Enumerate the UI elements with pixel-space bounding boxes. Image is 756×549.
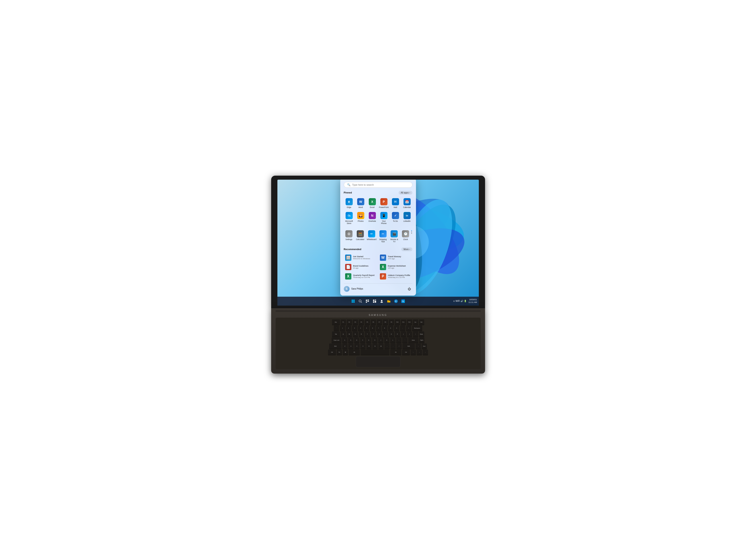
app-linkedin[interactable]: in LinkedIn [402,211,412,226]
key-o[interactable]: O [389,332,394,337]
more-button[interactable]: More › [401,247,412,251]
key-minus[interactable]: - [400,326,405,331]
key-7[interactable]: 7 [376,326,381,331]
taskbar-store-button[interactable]: 🛍 [400,298,406,304]
key-slash[interactable]: / [396,344,402,349]
key-backspace[interactable]: Backspace [412,326,422,331]
key-q[interactable]: Q [341,332,346,337]
key-3[interactable]: 3 [352,326,357,331]
key-f3[interactable]: F3 [353,320,358,325]
key-e[interactable]: E [353,332,358,337]
key-h[interactable]: H [372,338,377,343]
touchpad[interactable] [356,356,400,367]
key-alt-left[interactable]: Alt [349,350,360,355]
key-n[interactable]: N [372,344,378,349]
key-t[interactable]: T [365,332,370,337]
search-input[interactable] [352,183,409,186]
key-f6[interactable]: F6 [371,320,376,325]
app-settings[interactable]: ⚙ Settings [344,229,354,244]
app-onenote[interactable]: N OneNote [367,211,378,226]
all-apps-button[interactable]: All apps › [399,191,412,194]
key-w[interactable]: W [347,332,352,337]
taskbar-search-button[interactable] [357,298,363,304]
key-down[interactable]: ↓ [417,350,422,355]
chat-button[interactable] [379,298,385,304]
rec-brand[interactable]: 📄 Brand Guidelines 2h ago [344,263,378,271]
key-end[interactable]: End [422,344,427,349]
key-u[interactable]: U [377,332,382,337]
key-f9[interactable]: F9 [389,320,394,325]
key-semicolon[interactable]: ; [396,338,402,343]
app-excel[interactable]: X Excel [367,197,378,210]
app-clock[interactable]: 🕐 Clock [400,229,411,244]
search-bar[interactable]: 🔍 [344,182,412,188]
key-r[interactable]: R [359,332,364,337]
key-right[interactable]: → [423,350,428,355]
key-fn[interactable]: Fn [337,350,342,355]
key-g[interactable]: G [366,338,371,343]
key-s[interactable]: S [348,338,353,343]
key-period[interactable]: . [390,344,396,349]
key-4[interactable]: 4 [358,326,363,331]
key-f12[interactable]: F12 [407,320,412,325]
app-edge[interactable]: e Edge [344,197,354,210]
app-photos[interactable]: 🌄 Photos [355,211,366,226]
key-shift-right[interactable]: Shift [402,344,415,349]
key-lbracket[interactable]: [ [401,332,406,337]
key-1[interactable]: 1 [340,326,345,331]
key-ctrl-left[interactable]: Ctrl [328,350,336,355]
key-f8[interactable]: F8 [383,320,388,325]
key-c[interactable]: C [354,344,360,349]
key-x[interactable]: X [348,344,354,349]
start-button[interactable] [350,298,356,304]
key-k[interactable]: K [384,338,389,343]
key-f[interactable]: F [360,338,365,343]
key-f5[interactable]: F5 [365,320,370,325]
key-z[interactable]: Z [342,344,348,349]
key-ctrl-right[interactable]: Ctrl [402,350,410,355]
key-f2[interactable]: F2 [347,320,352,325]
clock-display[interactable]: 10/20/21 11:11 AM [468,299,477,304]
key-enter[interactable]: Enter [408,338,418,343]
key-comma[interactable]: , [384,344,390,349]
app-movies[interactable]: 🎬 Movies & TV [389,229,400,244]
key-0[interactable]: 0 [394,326,399,331]
key-pgdn[interactable]: PgDn [419,338,424,343]
app-powerpoint[interactable]: P PowerPoint [379,197,389,210]
key-a[interactable]: A [342,338,347,343]
rec-adatum[interactable]: P Adatum Company Profile Yesterday at 1:… [379,272,412,281]
key-win[interactable]: ⊞ [343,350,348,355]
key-f11[interactable]: F11 [401,320,406,325]
key-rbracket[interactable]: ] [407,332,412,337]
key-l[interactable]: L [390,338,395,343]
rec-payroll[interactable]: X Quarterly Payroll Report Yesterday at … [344,272,378,281]
rec-travel[interactable]: W Travel Itinerary 17m ago [379,253,412,262]
user-info[interactable]: S Sara Philips [344,286,363,292]
key-alt-right[interactable]: Alt [390,350,401,355]
app-word[interactable]: W Word [355,197,366,210]
key-backtick[interactable]: ` [334,326,339,331]
key-b[interactable]: B [366,344,372,349]
key-v[interactable]: V [360,344,366,349]
widgets-button[interactable] [372,298,377,304]
battery-icon[interactable]: 🔋 [464,300,467,302]
key-backslash[interactable]: \ [413,332,418,337]
app-mail[interactable]: ✉ Mail [390,197,401,210]
key-p[interactable]: P [395,332,400,337]
app-whiteboard[interactable]: ✏ Whiteboard [366,229,377,244]
key-pgup[interactable]: PgUp [419,332,424,337]
key-2[interactable]: 2 [346,326,351,331]
chevron-up-icon[interactable]: ∧ [453,300,455,302]
key-left[interactable]: ← [411,350,416,355]
task-view-button[interactable] [365,298,370,304]
rec-expense[interactable]: X Expense Worksheet 12h ago [379,263,412,271]
volume-icon[interactable]: 🔊 [461,300,463,302]
app-calendar[interactable]: 📅 Calendar [402,197,412,210]
app-todo[interactable]: ✓ To Do [390,211,401,226]
key-f10[interactable]: F10 [395,320,400,325]
wifi-icon[interactable]: WiFi [455,300,460,302]
key-6[interactable]: 6 [370,326,375,331]
key-f1[interactable]: F1 [341,320,346,325]
key-f4[interactable]: F4 [359,320,364,325]
rec-get-started[interactable]: 🪟 Get Started Welcome to Windows [344,253,378,262]
